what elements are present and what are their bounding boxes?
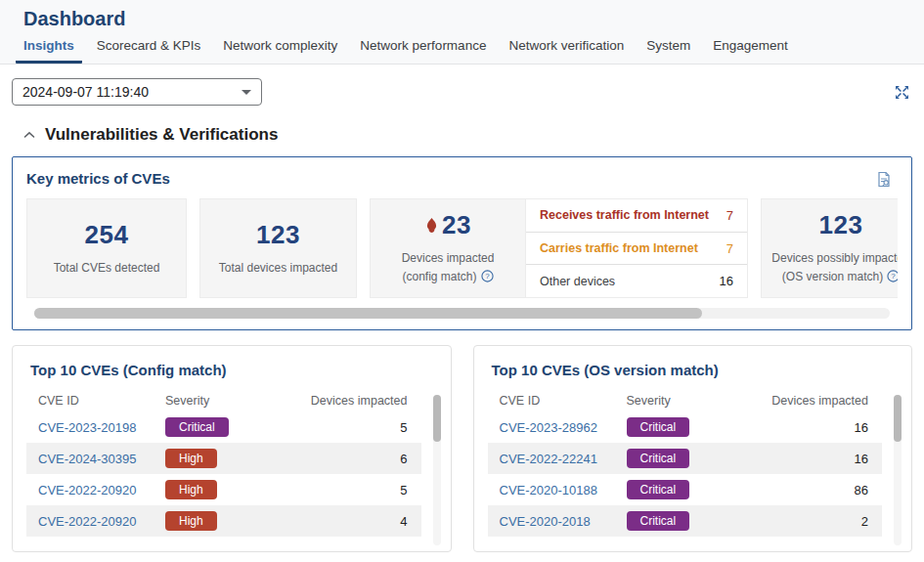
help-icon[interactable]: ? xyxy=(887,270,898,282)
tab-system[interactable]: System xyxy=(638,38,698,64)
breakdown-other-value: 16 xyxy=(720,274,733,288)
breakdown-other-label: Other devices xyxy=(540,275,615,288)
tab-engagement[interactable]: Engagement xyxy=(705,38,796,64)
table-row[interactable]: CVE-2022-22241 Critical 16 xyxy=(488,443,883,474)
severity-badge: High xyxy=(165,449,217,468)
devices-impacted-value: 2 xyxy=(763,514,870,529)
devices-impacted-value: 4 xyxy=(302,514,410,529)
metric-total-devices: 123 Total devices impacted xyxy=(199,198,357,298)
severity-badge: Critical xyxy=(627,449,690,468)
table-row[interactable]: CVE-2023-20198 Critical 5 xyxy=(26,411,421,443)
table-row[interactable]: CVE-2022-20920 High 4 xyxy=(26,505,421,537)
key-metrics-title: Key metrics of CVEs xyxy=(26,170,898,187)
cve-link[interactable]: CVE-2020-10188 xyxy=(500,483,627,497)
fullscreen-expand-icon[interactable] xyxy=(893,83,910,101)
metric-total-devices-value: 123 xyxy=(256,220,300,250)
breakdown-carries-label: Carries traffic from Internet xyxy=(540,241,698,255)
config-cve-table: CVE ID Severity Devices impacted CVE-202… xyxy=(26,390,421,537)
metric-os-version-label2: (OS version match) xyxy=(782,270,883,283)
top-cves-config-card: Top 10 CVEs (Config match) CVE ID Severi… xyxy=(12,345,452,552)
traffic-breakdown-list: Receives traffic from Internet 7 Carries… xyxy=(526,198,748,298)
severity-badge: Critical xyxy=(165,417,229,437)
severity-badge: Critical xyxy=(627,511,690,531)
severity-badge: High xyxy=(165,480,217,499)
vertical-scrollbar-thumb[interactable] xyxy=(894,395,902,442)
cve-link[interactable]: CVE-2023-28962 xyxy=(500,420,627,435)
vertical-scrollbar-thumb[interactable] xyxy=(433,395,441,442)
tabbar: Insights Scorecard & KPIs Network comple… xyxy=(0,36,924,64)
tab-network-performance[interactable]: Network performance xyxy=(352,38,494,64)
help-icon[interactable]: ? xyxy=(481,270,494,282)
key-metrics-card: Key metrics of CVEs 254 Total CVEs detec… xyxy=(12,156,912,330)
metric-config-match-label1: Devices impacted xyxy=(402,249,495,268)
breakdown-carries-value: 7 xyxy=(726,241,733,256)
snapshot-date-value: 2024-09-07 11:19:40 xyxy=(22,84,149,100)
metric-config-match: 23 Devices impacted (config match)? xyxy=(370,198,526,298)
metric-total-cves: 254 Total CVEs detected xyxy=(26,198,187,298)
flame-icon xyxy=(424,217,439,234)
chevron-down-icon xyxy=(242,90,251,95)
section-header: Vulnerabilities & Verifications xyxy=(22,125,924,145)
cve-link[interactable]: CVE-2022-22241 xyxy=(500,452,627,466)
metrics-row: 254 Total CVEs detected 123 Total device… xyxy=(26,198,898,298)
section-title: Vulnerabilities & Verifications xyxy=(45,125,278,145)
table-header: CVE ID Severity Devices impacted xyxy=(488,390,883,411)
page-title: Dashboard xyxy=(0,0,924,36)
metric-config-match-group: 23 Devices impacted (config match)? Rece… xyxy=(370,198,748,298)
tab-scorecard-kpis[interactable]: Scorecard & KPIs xyxy=(89,38,209,64)
devices-impacted-value: 16 xyxy=(763,452,870,466)
horizontal-scrollbar-track[interactable] xyxy=(34,308,890,319)
col-devices-impacted: Devices impacted xyxy=(302,394,410,408)
severity-badge: Critical xyxy=(627,480,690,499)
col-cve-id: CVE ID xyxy=(38,394,165,408)
horizontal-scrollbar-thumb[interactable] xyxy=(34,308,702,319)
col-cve-id: CVE ID xyxy=(500,394,627,408)
vertical-scrollbar-track[interactable] xyxy=(894,395,902,545)
cve-link[interactable]: CVE-2022-20920 xyxy=(38,514,165,529)
col-devices-impacted: Devices impacted xyxy=(763,394,870,408)
os-cve-table: CVE ID Severity Devices impacted CVE-202… xyxy=(488,390,883,537)
breakdown-receives-value: 7 xyxy=(726,208,733,223)
metric-config-match-label2: (config match) xyxy=(402,270,476,283)
dashboard-screen: Dashboard Insights Scorecard & KPIs Netw… xyxy=(0,0,924,562)
vertical-scrollbar-track[interactable] xyxy=(433,395,441,545)
severity-badge: Critical xyxy=(627,417,690,437)
cve-link[interactable]: CVE-2024-30395 xyxy=(38,452,165,466)
devices-impacted-value: 16 xyxy=(763,420,870,435)
table-row[interactable]: CVE-2020-10188 Critical 86 xyxy=(488,474,883,505)
severity-badge: High xyxy=(165,511,217,531)
top-cves-row: Top 10 CVEs (Config match) CVE ID Severi… xyxy=(12,345,912,552)
table-row[interactable]: CVE-2023-28962 Critical 16 xyxy=(488,411,883,443)
devices-impacted-value: 5 xyxy=(302,420,410,435)
svg-text:?: ? xyxy=(891,272,896,281)
table-row[interactable]: CVE-2024-30395 High 6 xyxy=(26,443,421,474)
cve-link[interactable]: CVE-2022-20920 xyxy=(38,483,165,497)
chevron-up-icon[interactable] xyxy=(22,127,37,143)
toolbar: 2024-09-07 11:19:40 xyxy=(0,65,924,106)
cve-link[interactable]: CVE-2023-20198 xyxy=(38,420,165,435)
col-severity: Severity xyxy=(627,394,764,408)
breakdown-row-receives: Receives traffic from Internet 7 xyxy=(526,199,747,233)
metric-os-version-match: 123 Devices possibly impacted (OS versio… xyxy=(761,198,898,298)
top-cves-os-card: Top 10 CVEs (OS version match) CVE ID Se… xyxy=(473,345,913,552)
app-header: Dashboard Insights Scorecard & KPIs Netw… xyxy=(0,0,924,65)
table-row[interactable]: CVE-2020-2018 Critical 2 xyxy=(488,505,883,537)
breakdown-row-other: Other devices 16 xyxy=(526,265,747,297)
top-cves-os-title: Top 10 CVEs (OS version match) xyxy=(474,346,912,390)
devices-impacted-value: 6 xyxy=(302,452,410,466)
devices-impacted-value: 86 xyxy=(763,483,870,497)
svg-text:?: ? xyxy=(485,272,490,281)
col-severity: Severity xyxy=(165,394,302,408)
metric-total-devices-label: Total devices impacted xyxy=(219,259,337,278)
table-row[interactable]: CVE-2022-20920 High 5 xyxy=(26,474,421,505)
metric-total-cves-value: 254 xyxy=(85,220,129,250)
top-cves-config-title: Top 10 CVEs (Config match) xyxy=(13,346,451,390)
snapshot-date-select[interactable]: 2024-09-07 11:19:40 xyxy=(12,78,262,106)
metric-total-cves-label: Total CVEs detected xyxy=(54,259,160,278)
tab-network-verification[interactable]: Network verification xyxy=(501,38,632,64)
tab-insights[interactable]: Insights xyxy=(16,38,82,64)
document-search-icon[interactable] xyxy=(876,171,892,188)
cve-link[interactable]: CVE-2020-2018 xyxy=(500,514,627,529)
breakdown-row-carries: Carries traffic from Internet 7 xyxy=(526,233,747,266)
tab-network-complexity[interactable]: Network complexity xyxy=(215,38,345,64)
